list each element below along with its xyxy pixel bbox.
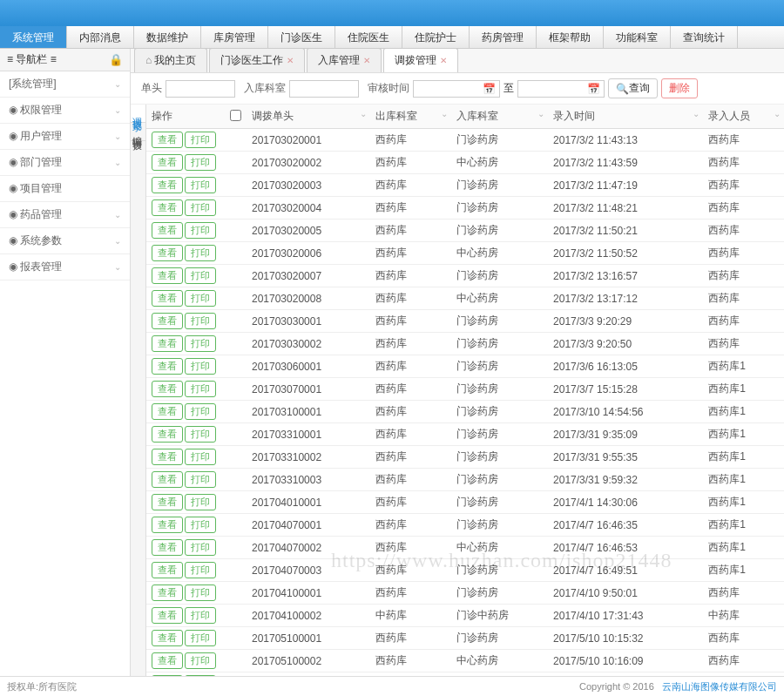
menu-item[interactable]: 门诊医生	[268, 26, 335, 48]
menu-item[interactable]: 库房管理	[201, 26, 268, 48]
menu-item[interactable]: 住院护士	[402, 26, 470, 48]
column-header[interactable]	[225, 105, 247, 129]
sidebar-item[interactable]: ◉ 部门管理⌄	[0, 150, 130, 176]
menu-item[interactable]: 框架帮助	[537, 26, 604, 48]
print-button[interactable]: 打印	[185, 267, 216, 284]
tab[interactable]: ⌂我的主页	[134, 49, 207, 72]
view-button[interactable]: 查看	[152, 154, 183, 171]
print-button[interactable]: 打印	[185, 154, 216, 171]
print-button[interactable]: 打印	[185, 585, 216, 601]
column-header[interactable]: 录入时间	[548, 105, 703, 129]
menu-item[interactable]: 系统管理	[0, 26, 67, 48]
vertical-tab[interactable]: 编辑调拨	[131, 123, 145, 141]
close-icon[interactable]: ✕	[363, 56, 370, 65]
view-button[interactable]: 查看	[152, 132, 183, 148]
date-from[interactable]: 📅	[413, 80, 500, 98]
delete-button[interactable]: 删除	[661, 78, 698, 98]
print-button[interactable]: 打印	[185, 630, 216, 646]
menu-item[interactable]: 药房管理	[470, 26, 537, 48]
menu-item[interactable]: 住院医生	[335, 26, 402, 48]
print-button[interactable]: 打印	[185, 494, 216, 510]
print-button[interactable]: 打印	[185, 426, 216, 443]
print-button[interactable]: 打印	[185, 607, 216, 624]
sidebar-item[interactable]: [系统管理]⌄	[0, 71, 130, 98]
view-button[interactable]: 查看	[152, 290, 183, 307]
sidebar-item[interactable]: ◉ 权限管理⌄	[0, 98, 130, 124]
view-button[interactable]: 查看	[152, 494, 183, 510]
chevron-down-icon: ⌄	[114, 105, 121, 115]
cell-user: 西药库	[703, 310, 784, 333]
sidebar-item[interactable]: ◉ 用户管理⌄	[0, 124, 130, 150]
sidebar-item[interactable]: ◉ 报表管理⌄	[0, 254, 130, 280]
view-button[interactable]: 查看	[152, 562, 183, 578]
tab[interactable]: 门诊医生工作✕	[209, 49, 305, 72]
lock-icon[interactable]: 🔒	[109, 53, 123, 66]
print-button[interactable]: 打印	[185, 403, 216, 420]
date-to[interactable]: 📅	[517, 80, 605, 98]
print-button[interactable]: 打印	[185, 517, 216, 533]
column-header[interactable]: 调拨单头	[247, 105, 370, 129]
print-button[interactable]: 打印	[185, 471, 216, 488]
sidebar-item[interactable]: ◉ 系统参数⌄	[0, 228, 130, 254]
view-button[interactable]: 查看	[152, 313, 183, 329]
print-button[interactable]: 打印	[185, 313, 216, 329]
view-button[interactable]: 查看	[152, 585, 183, 601]
column-header[interactable]: 操作	[146, 105, 225, 129]
filter-input-no[interactable]	[166, 80, 235, 98]
column-header[interactable]: 录入人员	[703, 105, 784, 129]
view-button[interactable]: 查看	[152, 267, 183, 284]
view-button[interactable]: 查看	[152, 199, 183, 216]
menu-item[interactable]: 查询统计	[671, 26, 738, 48]
print-button[interactable]: 打印	[185, 199, 216, 216]
view-button[interactable]: 查看	[152, 426, 183, 443]
select-all-checkbox[interactable]	[230, 110, 241, 121]
view-button[interactable]: 查看	[152, 222, 183, 239]
filter-input-dept[interactable]	[289, 80, 359, 98]
column-header[interactable]: 出库科室	[370, 105, 451, 129]
cell-in: 门诊药房	[451, 423, 548, 446]
print-button[interactable]: 打印	[185, 449, 216, 465]
view-button[interactable]: 查看	[152, 630, 183, 646]
print-button[interactable]: 打印	[185, 358, 216, 375]
view-button[interactable]: 查看	[152, 358, 183, 375]
view-button[interactable]: 查看	[152, 449, 183, 465]
sidebar-item[interactable]: ◉ 药品管理⌄	[0, 202, 130, 228]
view-button[interactable]: 查看	[152, 471, 183, 488]
view-button[interactable]: 查看	[152, 335, 183, 352]
print-button[interactable]: 打印	[185, 177, 216, 193]
tab[interactable]: 入库管理✕	[307, 49, 382, 72]
print-button[interactable]: 打印	[185, 245, 216, 261]
print-button[interactable]: 打印	[185, 381, 216, 397]
print-button[interactable]: 打印	[185, 675, 216, 676]
view-button[interactable]: 查看	[152, 381, 183, 397]
print-button[interactable]: 打印	[185, 132, 216, 148]
print-button[interactable]: 打印	[185, 562, 216, 578]
sidebar-item[interactable]: ◉ 项目管理	[0, 176, 130, 202]
menu-item[interactable]: 内部消息	[67, 26, 134, 48]
view-button[interactable]: 查看	[152, 652, 183, 669]
search-button[interactable]: 🔍 查询	[608, 78, 658, 98]
column-header[interactable]: 入库科室	[451, 105, 548, 129]
tab[interactable]: 调拨管理✕	[383, 49, 458, 72]
print-button[interactable]: 打印	[185, 335, 216, 352]
footer-link[interactable]: 云南山海图像传媒有限公司	[662, 681, 777, 692]
close-icon[interactable]: ✕	[287, 56, 294, 65]
view-button[interactable]: 查看	[152, 607, 183, 624]
close-icon[interactable]: ✕	[440, 56, 447, 65]
view-button[interactable]: 查看	[152, 403, 183, 420]
view-button[interactable]: 查看	[152, 539, 183, 556]
view-button[interactable]: 查看	[152, 517, 183, 533]
table-row: 查看打印201704070003西药库门诊药房2017/4/7 16:49:51…	[146, 559, 784, 582]
menu-item[interactable]: 功能科室	[604, 26, 671, 48]
print-button[interactable]: 打印	[185, 222, 216, 239]
view-button[interactable]: 查看	[152, 177, 183, 193]
print-button[interactable]: 打印	[185, 290, 216, 307]
vertical-tab[interactable]: 调拨记录	[131, 105, 145, 123]
view-button[interactable]: 查看	[152, 245, 183, 261]
print-button[interactable]: 打印	[185, 652, 216, 669]
print-button[interactable]: 打印	[185, 539, 216, 556]
cell-out: 中药库	[370, 605, 451, 627]
filter-label-date: 审核时间	[368, 81, 409, 96]
view-button[interactable]: 查看	[152, 675, 183, 676]
menu-item[interactable]: 数据维护	[134, 26, 201, 48]
